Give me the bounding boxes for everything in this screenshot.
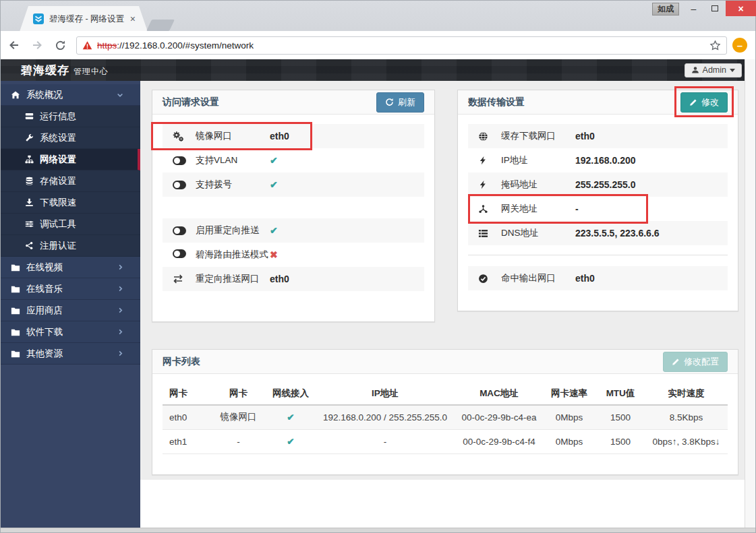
setting-label: 网关地址 — [501, 202, 575, 216]
panel-divider — [468, 255, 728, 255]
toggle-icon — [173, 181, 186, 189]
setting-label: 缓存下载网口 — [501, 129, 575, 143]
sidebar-item-storage-settings[interactable]: 存储设置 — [1, 170, 140, 192]
col-header: IP地址 — [314, 382, 456, 405]
nic-name: eth1 — [163, 429, 210, 453]
sliders-icon — [25, 220, 34, 228]
sidebar-item-download-limit[interactable]: 下载限速 — [1, 192, 140, 214]
sidebar-item-app-store[interactable]: 应用商店 — [1, 300, 140, 321]
setting-label: IP地址 — [501, 154, 575, 167]
network-nodes-icon — [478, 204, 492, 214]
chevron-right-icon — [117, 307, 124, 314]
setting-value: 192.168.0.200 — [575, 155, 636, 166]
chevron-right-icon — [117, 263, 124, 271]
share-nodes-icon — [25, 241, 34, 250]
tab-close-icon[interactable]: × — [130, 14, 136, 24]
app-favicon-icon — [33, 13, 44, 24]
browser-window: 碧海缓存 - 网络设置 × 如成 – × https://192.168.0.2… — [0, 0, 756, 533]
sitemap-icon — [25, 155, 34, 164]
wrench-icon — [25, 133, 34, 142]
setting-value: eth0 — [270, 131, 289, 142]
sidebar-item-register-auth[interactable]: 注册认证 — [1, 235, 140, 257]
check-circle-icon — [478, 274, 492, 284]
scrollbar[interactable] — [745, 59, 755, 528]
sidebar-item-label: 系统概况 — [26, 89, 116, 101]
nic-table: 网卡 网卡 网线接入 IP地址 MAC地址 网卡速率 MTU值 实时速度 eth… — [163, 382, 728, 454]
nic-name: eth0 — [163, 405, 210, 429]
forward-icon[interactable] — [28, 36, 47, 55]
admin-menu-button[interactable]: Admin — [685, 63, 742, 77]
sidebar-item-online-music[interactable]: 在线音乐 — [1, 278, 140, 300]
panel-title: 访问请求设置 — [163, 96, 219, 108]
setting-label: 命中输出网口 — [501, 272, 575, 285]
col-header: 网卡 — [163, 382, 210, 405]
nic-panel-header: 网卡列表 修改配置 — [152, 350, 738, 374]
ime-indicator[interactable]: 如成 — [652, 3, 679, 15]
sidebar-item-system-settings[interactable]: 系统设置 — [1, 127, 140, 149]
folder-icon — [11, 306, 20, 315]
setting-row-dns: DNS地址 223.5.5.5, 223.6.6.6 — [468, 221, 728, 245]
setting-row-router-push-mode: 碧海路由推送模式 ✖ — [163, 243, 424, 267]
nic-table-row-eth0: eth0 镜像网口 ✔ 192.168.0.200 / 255.255.255.… — [163, 405, 728, 429]
browser-tab[interactable]: 碧海缓存 - 网络设置 × — [20, 6, 148, 32]
setting-label: 重定向推送网口 — [196, 272, 270, 286]
sidebar-item-software-download[interactable]: 软件下载 — [1, 321, 140, 343]
address-bar[interactable]: https://192.168.0.200/#system/network — [76, 36, 727, 55]
sidebar-item-network-settings[interactable]: 网络设置 — [1, 149, 140, 170]
list-icon — [478, 228, 492, 239]
folder-icon — [11, 327, 20, 337]
sidebar-item-debug-tools[interactable]: 调试工具 — [1, 214, 140, 235]
refresh-icon — [385, 98, 394, 106]
setting-label: DNS地址 — [501, 226, 575, 240]
setting-row-redirect-port: 重定向推送网口 eth0 — [163, 267, 424, 291]
nic-table-row-eth1: eth1 - ✔ - 00-0c-29-9b-c4-f4 0Mbps 1500 … — [163, 429, 728, 453]
back-icon[interactable] — [5, 36, 24, 55]
admin-label: Admin — [703, 65, 726, 75]
user-icon — [691, 66, 699, 74]
folder-icon — [11, 263, 20, 272]
setting-row-dialup: 支持拨号 ✔ — [163, 173, 424, 197]
app-header: 碧海缓存管理中心 Admin — [1, 59, 755, 81]
folder-icon — [11, 284, 20, 294]
nic-table-header-row: 网卡 网卡 网线接入 IP地址 MAC地址 网卡速率 MTU值 实时速度 — [163, 382, 728, 405]
check-icon: ✔ — [267, 405, 314, 429]
reload-icon[interactable] — [51, 36, 69, 55]
maximize-icon[interactable] — [704, 1, 726, 16]
setting-label: 掩码地址 — [501, 178, 575, 191]
setting-label: 支持VLAN — [196, 154, 270, 167]
nic-list-panel: 网卡列表 修改配置 网卡 网卡 网线接入 IP地址 MAC地址 — [152, 349, 738, 475]
setting-label: 支持拨号 — [196, 178, 270, 191]
extension-icon[interactable]: – — [732, 38, 747, 53]
setting-row-gateway: 网关地址 - — [468, 197, 728, 221]
tab-stub[interactable] — [146, 20, 175, 31]
sidebar-item-other-resources[interactable]: 其他资源 — [1, 343, 140, 365]
sidebar-item-system-overview[interactable]: 系统概况 — [1, 84, 140, 106]
refresh-button[interactable]: 刷新 — [376, 92, 424, 113]
chevron-right-icon — [117, 350, 124, 357]
home-icon — [11, 90, 20, 100]
access-request-panel: 访问请求设置 刷新 镜像网口 eth0 支持VLAN ✔ — [152, 90, 435, 322]
sidebar-item-running-info[interactable]: 运行信息 — [1, 106, 140, 127]
check-icon: ✔ — [270, 179, 278, 190]
nic-rate: 0bps↑, 3.8Kbps↓ — [645, 429, 728, 453]
gears-icon — [173, 131, 186, 142]
url-rest: ://192.168.0.200/#system/network — [117, 40, 254, 51]
col-header: MAC地址 — [456, 382, 542, 405]
setting-row-ip: IP地址 192.168.0.200 — [468, 148, 728, 173]
nic-role: - — [210, 429, 267, 453]
check-icon: ✔ — [267, 429, 314, 453]
warning-icon[interactable] — [82, 40, 92, 51]
sidebar-item-online-video[interactable]: 在线视频 — [1, 257, 140, 278]
minimize-icon[interactable]: – — [683, 1, 704, 16]
close-icon[interactable]: × — [726, 1, 756, 16]
edit-button[interactable]: 修改 — [680, 92, 728, 113]
setting-label: 镜像网口 — [196, 129, 270, 143]
setting-value: 223.5.5.5, 223.6.6.6 — [575, 228, 660, 239]
setting-row-mask: 掩码地址 255.255.255.0 — [468, 173, 728, 197]
globe-icon — [478, 131, 492, 142]
toggle-icon — [173, 249, 186, 258]
setting-row-redirect-push: 启用重定向推送 ✔ — [163, 218, 424, 243]
data-transfer-panel: 数据传输设置 修改 缓存下载网口 eth0 IP地 — [457, 90, 738, 311]
edit-config-button[interactable]: 修改配置 — [663, 352, 728, 372]
bookmark-star-icon[interactable] — [709, 40, 721, 51]
